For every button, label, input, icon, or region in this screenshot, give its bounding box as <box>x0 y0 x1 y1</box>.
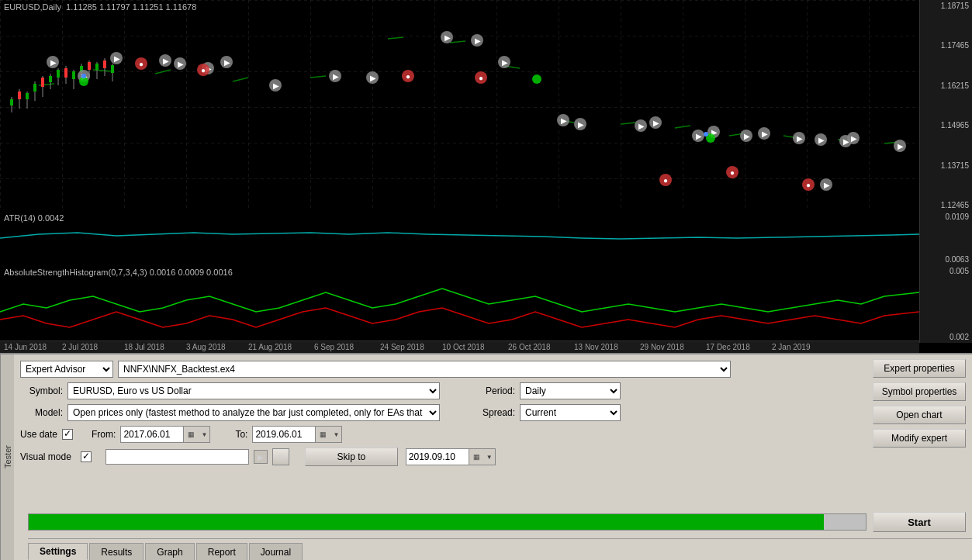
model-label: Model: <box>20 407 63 418</box>
svg-point-119 <box>81 74 86 78</box>
skip-to-btn[interactable]: Skip to <box>305 448 398 466</box>
svg-rect-31 <box>49 76 52 82</box>
modify-expert-btn[interactable]: Modify expert <box>873 429 966 448</box>
atr-label: ATR(14) 0.0042 <box>4 213 64 223</box>
svg-rect-35 <box>64 68 67 78</box>
svg-rect-121 <box>0 211 919 265</box>
symbol-props-btn[interactable]: Symbol properties <box>873 382 966 401</box>
svg-rect-4 <box>0 0 919 211</box>
svg-text:●: ● <box>663 176 668 185</box>
svg-text:▶: ▶ <box>178 60 184 68</box>
svg-text:▶: ▶ <box>653 119 659 127</box>
svg-text:▶: ▶ <box>762 130 768 138</box>
svg-text:●: ● <box>730 168 735 177</box>
svg-text:●: ● <box>479 74 483 82</box>
abs-chart: AbsoluteStrengthHistogram(0,7,3,4,3) 0.0… <box>0 265 919 343</box>
svg-text:▶: ▶ <box>273 81 279 90</box>
advisor-type-select[interactable]: Expert Advisor <box>20 361 113 378</box>
use-date-label: Use date <box>20 429 57 440</box>
from-drop-btn[interactable]: ▼ <box>199 427 209 442</box>
expert-file-select[interactable]: NNFX\NNFX_Backtest.ex4 <box>118 361 731 378</box>
spread-select[interactable]: Current <box>520 404 621 421</box>
svg-rect-25 <box>26 93 29 99</box>
progress-bar-container <box>28 513 866 531</box>
spread-label: Spread: <box>472 407 515 418</box>
symbol-label: Symbol: <box>20 385 63 396</box>
svg-rect-21 <box>10 99 13 105</box>
svg-text:●: ● <box>201 66 206 74</box>
vis-arrow-btn[interactable]: ▶ <box>254 450 268 464</box>
tab-journal[interactable]: Journal <box>249 543 303 560</box>
visual-mode-checkbox[interactable] <box>81 451 92 462</box>
svg-rect-29 <box>41 78 44 87</box>
from-label: From: <box>92 429 116 440</box>
tab-settings[interactable]: Settings <box>28 543 88 560</box>
svg-text:▶: ▶ <box>818 136 825 144</box>
tab-bar: Settings Results Graph Report Journal <box>28 538 972 560</box>
svg-rect-23 <box>18 92 21 99</box>
main-chart[interactable]: EURUSD,Daily 1.11285 1.11797 1.11251 1.1… <box>0 0 919 211</box>
start-button[interactable]: Start <box>873 512 966 532</box>
svg-text:●: ● <box>406 72 410 81</box>
svg-text:▶: ▶ <box>114 54 120 63</box>
svg-text:▶: ▶ <box>502 58 508 67</box>
period-label: Period: <box>472 385 515 396</box>
open-chart-btn[interactable]: Open chart <box>873 406 966 424</box>
to-cal-btn[interactable]: ▦ <box>315 427 330 442</box>
symbol-select[interactable]: EURUSD, Euro vs US Dollar <box>67 382 440 399</box>
svg-text:▶: ▶ <box>475 36 481 45</box>
skip-cal-btn[interactable]: ▦ <box>469 449 484 465</box>
svg-text:▶: ▶ <box>744 132 750 140</box>
progress-area: Start <box>28 511 966 533</box>
svg-text:▶: ▶ <box>638 122 645 130</box>
progress-bar <box>29 514 824 530</box>
svg-text:▶: ▶ <box>851 134 857 143</box>
svg-point-117 <box>532 74 541 84</box>
svg-text:▶: ▶ <box>578 120 584 129</box>
chart-container: EURUSD,Daily 1.11285 1.11797 1.11251 1.1… <box>0 0 972 353</box>
svg-text:▶: ▶ <box>163 57 169 65</box>
model-select[interactable]: Open prices only (fastest method to anal… <box>67 404 440 421</box>
svg-text:●: ● <box>806 181 811 189</box>
skip-to-date-input[interactable]: ▦ ▼ <box>406 448 496 465</box>
skip-drop-btn[interactable]: ▼ <box>484 449 495 465</box>
to-drop-btn[interactable]: ▼ <box>330 427 341 442</box>
atr-price-axis: 0.0109 0.0063 <box>919 211 972 265</box>
svg-text:▶: ▶ <box>333 72 339 81</box>
to-label: To: <box>235 429 247 440</box>
period-select[interactable]: Daily <box>520 382 621 399</box>
svg-text:▶: ▶ <box>370 74 376 82</box>
svg-text:▶: ▶ <box>797 134 803 143</box>
main-price-axis: 1.18715 1.17465 1.16215 1.14965 1.13715 … <box>919 0 972 211</box>
svg-text:▶: ▶ <box>696 132 702 140</box>
svg-text:▶: ▶ <box>224 58 230 67</box>
from-cal-btn[interactable]: ▦ <box>183 427 199 442</box>
svg-rect-27 <box>33 84 36 92</box>
svg-text:▶: ▶ <box>561 116 567 125</box>
svg-rect-122 <box>0 265 919 343</box>
svg-rect-33 <box>57 70 60 78</box>
tester-label[interactable]: Tester <box>0 354 14 560</box>
svg-text:▶: ▶ <box>444 33 451 42</box>
svg-point-120 <box>704 132 708 137</box>
from-date-input[interactable]: ▦ ▼ <box>120 426 210 443</box>
chart-symbol-label: EURUSD,Daily 1.11285 1.11797 1.11251 1.1… <box>4 2 196 12</box>
svg-text:●: ● <box>139 60 144 68</box>
tester-panel: Tester Expert Advisor NNFX\NNFX_Backtest… <box>0 353 972 560</box>
tab-report[interactable]: Report <box>196 543 247 560</box>
visual-progress-bar <box>106 449 249 465</box>
svg-rect-37 <box>72 71 75 79</box>
tab-graph[interactable]: Graph <box>145 543 194 560</box>
svg-rect-45 <box>103 60 106 68</box>
tester-content: Expert Advisor NNFX\NNFX_Backtest.ex4 Sy… <box>14 354 972 560</box>
svg-rect-43 <box>95 64 99 70</box>
visual-mode-label: Visual mode <box>20 451 71 462</box>
tab-results[interactable]: Results <box>89 543 144 560</box>
abs-label: AbsoluteStrengthHistogram(0,7,3,4,3) 0.0… <box>4 268 233 277</box>
to-date-input[interactable]: ▦ ▼ <box>252 426 342 443</box>
vis-pause-btn[interactable]: ⏸ <box>272 448 289 465</box>
use-date-checkbox[interactable] <box>62 429 73 440</box>
svg-text:▶: ▶ <box>50 58 57 67</box>
svg-rect-41 <box>88 62 91 70</box>
expert-props-btn[interactable]: Expert properties <box>873 359 966 378</box>
